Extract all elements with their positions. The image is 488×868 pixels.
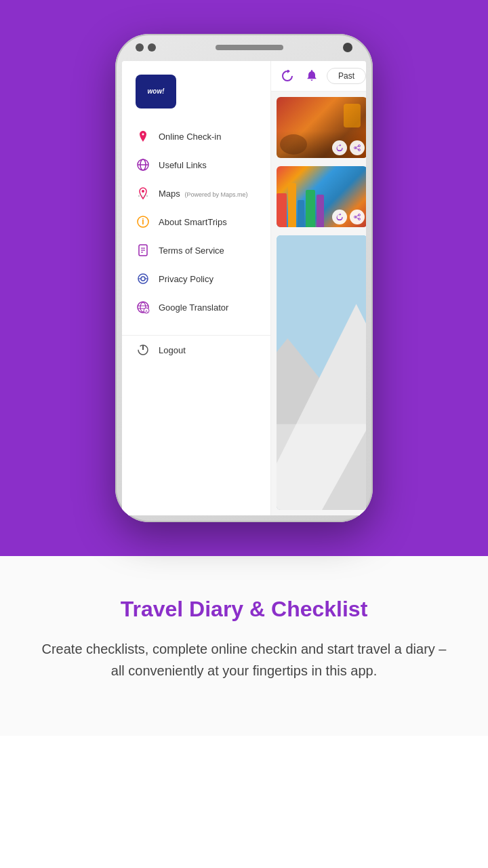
svg-point-3 [142, 190, 144, 193]
sidebar: wow! Online Check-in [122, 61, 271, 515]
menu-label-privacy: Privacy Policy [159, 274, 214, 284]
bottom-section: Travel Diary & Checklist Create checklis… [0, 556, 488, 736]
menu-item-privacy[interactable]: Privacy Policy [122, 264, 270, 293]
hero-section: wow! Online Check-in [0, 0, 488, 556]
right-panel-header: Past [271, 61, 366, 92]
front-camera [343, 43, 352, 52]
notification-icon[interactable] [302, 66, 321, 85]
refresh-icon-header[interactable] [278, 66, 297, 85]
svg-rect-36 [277, 424, 366, 510]
translator-icon: A [136, 300, 150, 315]
logo-container: wow! [122, 75, 270, 122]
menu-item-useful-links[interactable]: Useful Links [122, 151, 270, 179]
camera-dot-1 [136, 43, 144, 52]
refresh-icon-buildings[interactable] [332, 210, 347, 224]
info-icon: i [136, 214, 150, 229]
share-icon-market[interactable] [350, 140, 365, 155]
menu-item-maps[interactable]: Maps (Powered by Maps.me) [122, 179, 270, 208]
menu-label-terms: Terms of Service [159, 245, 224, 256]
camera-dot-2 [148, 43, 156, 52]
menu-item-translator[interactable]: A Google Translator [122, 293, 270, 321]
bottom-title: Travel Diary & Checklist [27, 597, 461, 622]
links-icon [136, 157, 150, 172]
svg-point-12 [141, 277, 145, 281]
menu-label-maps: Maps (Powered by Maps.me) [159, 189, 247, 199]
logout-icon [136, 342, 150, 357]
menu-label-about: About SmartTrips [159, 217, 227, 227]
photo-buildings-actions [332, 210, 365, 224]
menu-label-online-checkin: Online Check-in [159, 132, 222, 142]
phone-speaker [216, 45, 283, 50]
photo-card-buildings [277, 166, 366, 227]
phone-screen: wow! Online Check-in [122, 61, 366, 515]
menu-item-terms[interactable]: Terms of Service [122, 236, 270, 264]
terms-icon [136, 243, 150, 258]
past-tab[interactable]: Past [327, 68, 366, 84]
svg-text:A: A [145, 309, 148, 313]
photo-card-market [277, 97, 366, 158]
menu-item-logout[interactable]: Logout [122, 335, 270, 364]
app-logo: wow! [136, 75, 176, 108]
menu-label-useful-links: Useful Links [159, 160, 207, 170]
bottom-description: Create checklists, complete online check… [41, 638, 447, 682]
menu-item-about[interactable]: i About SmartTrips [122, 208, 270, 236]
menu-label-translator: Google Translator [159, 302, 228, 313]
maps-sub-label: (Powered by Maps.me) [184, 191, 247, 198]
location-icon [136, 129, 150, 144]
share-icon-buildings[interactable] [350, 210, 365, 224]
refresh-icon-market[interactable] [332, 140, 347, 155]
logo-text: wow! [148, 87, 165, 96]
menu-label-logout: Logout [159, 345, 186, 355]
photo-card-mountain [277, 235, 366, 510]
photo-mountain-bg [277, 235, 366, 510]
right-panel: Past [271, 61, 366, 515]
map-icon [136, 186, 150, 201]
phone-shell: wow! Online Check-in [115, 34, 373, 522]
phone-cameras [136, 43, 156, 52]
svg-text:i: i [142, 217, 144, 226]
phone-top-bar [115, 34, 373, 61]
photo-market-actions [332, 140, 365, 155]
menu-item-online-checkin[interactable]: Online Check-in [122, 122, 270, 151]
privacy-icon [136, 271, 150, 286]
